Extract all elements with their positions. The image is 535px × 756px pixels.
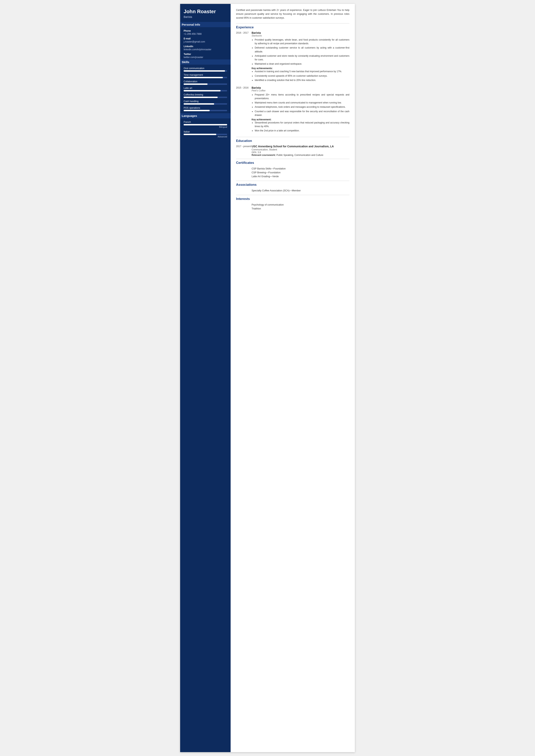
language-bar-fill (183, 134, 216, 135)
skill-name: Oral communication (183, 67, 227, 70)
exp-company: Starbucks (252, 34, 350, 37)
skills-list: Oral communication Time management Colla… (183, 67, 227, 111)
main-content: Certified and passionate barista with 2+… (231, 4, 355, 752)
experience-list: 2016 - 2017 Barista Starbucks Provided q… (236, 31, 350, 133)
contact-value: j.roaster@gmail.com (183, 41, 227, 43)
skill-bar-bg (183, 70, 227, 71)
interest-item: Psychology of communication (236, 203, 350, 207)
associations-list: Specialty Coffee Association (SCA)—Membe… (236, 189, 350, 193)
exp-bullet: Delivered outstanding customer service t… (255, 46, 350, 53)
interest-item: Triathlon (236, 207, 350, 210)
language-bar-fill (183, 124, 227, 126)
skill-bar-bg (183, 103, 227, 105)
skill-bar-fill (183, 83, 208, 85)
resume-wrapper: John Roaster Barista Personal Info Phone… (180, 4, 355, 752)
exp-job-title: Barista (252, 31, 350, 34)
language-name: Italian (183, 130, 227, 133)
contact-value: +1-299-456-7888 (183, 33, 227, 35)
exp-achievement-title: Key achievement: (252, 118, 350, 121)
language-level: Bilingual (183, 126, 227, 128)
contact-label: E-mail (183, 37, 227, 40)
exp-bullets-list: Provided quality beverages, whole bean, … (255, 38, 350, 66)
exp-achievement-title: Key achievements: (252, 67, 350, 70)
exp-dates: 2016 - 2017 (236, 31, 252, 83)
achievement-bullet: Streamlined procedures for carryout orde… (255, 121, 350, 128)
edu-coursework: Relevant coursework: Public Speaking, Co… (252, 154, 350, 156)
associations-section-title: Associations (236, 183, 350, 187)
candidate-name: John Roaster (183, 9, 227, 14)
association-item: Specialty Coffee Association (SCA)—Membe… (236, 189, 350, 193)
certificates-section-title: Certificates (236, 161, 350, 165)
skill-name: Cash handling (183, 100, 227, 103)
certificate-item: CSP Brewing—Foundation (236, 171, 350, 175)
candidate-title: Barista (183, 15, 227, 18)
skill-name: Coffee/tea brewing (183, 93, 227, 96)
language-item: French Bilingual (183, 121, 227, 128)
achievement-bullet: Won the 2nd prize in a latte art competi… (255, 129, 350, 132)
edu-degree: Communication, Student (252, 148, 350, 151)
skill-name: Time management (183, 73, 227, 76)
contact-value: linkedin.com/in/johnroaster (183, 48, 227, 51)
skill-bar-fill (183, 97, 218, 98)
achievement-bullets-list: Assisted in training and coaching 5 new … (255, 70, 350, 82)
divider-education (236, 137, 350, 137)
exp-bullet: Maintained a clean and organized workspa… (255, 62, 350, 66)
achievement-bullet: Identified a crowding solution that led … (255, 78, 350, 82)
skill-item: Time management (183, 73, 227, 78)
experience-row: 2015 - 2016 Barista Peet's Coffee Prepar… (236, 86, 350, 133)
interests-list: Psychology of communicationTriathlon (236, 203, 350, 210)
language-bar-bg (183, 134, 227, 135)
skill-item: Coffee/tea brewing (183, 93, 227, 98)
exp-bullets-list: Prepared 20+ menu items according to pre… (255, 93, 350, 117)
exp-bullet: Provided quality beverages, whole bean, … (255, 38, 350, 45)
coursework-label: Relevant coursework: (252, 154, 276, 156)
languages-section-title: Languages (180, 113, 231, 118)
achievement-bullets-list: Streamlined procedures for carryout orde… (255, 121, 350, 133)
language-name: French (183, 121, 227, 124)
skill-item: Cash handling (183, 100, 227, 105)
skill-name: POS operations (183, 106, 227, 109)
achievement-bullet: Consistently scored upwards of 95% on cu… (255, 74, 350, 78)
certificate-item: Latte Art Grading—Verde (236, 175, 350, 178)
exp-content: Barista Starbucks Provided quality bever… (252, 31, 350, 83)
edu-content: USC Annenberg School for Communication a… (252, 145, 350, 156)
languages-list: French Bilingual Italian Advanced (183, 121, 227, 138)
skill-name: Collaboration (183, 80, 227, 83)
divider-certificates (236, 159, 350, 159)
exp-content: Barista Peet's Coffee Prepared 20+ menu … (252, 86, 350, 133)
certificate-item: CSP Barista Skills—Foundation (236, 167, 350, 171)
contact-label: Phone (183, 30, 227, 32)
certificates-list: CSP Barista Skills—FoundationCSP Brewing… (236, 167, 350, 178)
contact-label: LinkedIn (183, 45, 227, 48)
language-item: Italian Advanced (183, 130, 227, 138)
exp-bullet: Prepared 20+ menu items according to pre… (255, 93, 350, 100)
achievement-bullet: Assisted in training and coaching 5 new … (255, 70, 350, 73)
exp-bullet: Anticipated customer and store needs by … (255, 54, 350, 62)
contact-value: twitter.com/jroaster (183, 56, 227, 59)
experience-section-title: Experience (236, 25, 350, 29)
contact-list: Phone+1-299-456-7888E-mailj.roaster@gmai… (183, 30, 227, 59)
skill-bar-fill (183, 110, 210, 111)
skill-item: Latte art (183, 87, 227, 92)
language-bar-bg (183, 124, 227, 126)
skill-bar-bg (183, 97, 227, 98)
education-row: 2017 - present USC Annenberg School for … (236, 145, 350, 156)
interests-section-title: Interests (236, 197, 350, 201)
exp-bullet: Counted a cash drawer and was responsibl… (255, 110, 350, 117)
skill-bar-fill (183, 90, 220, 92)
edu-school: USC Annenberg School for Communication a… (252, 145, 350, 148)
edu-dates: 2017 - present (236, 145, 252, 156)
sidebar: John Roaster Barista Personal Info Phone… (180, 4, 231, 752)
skill-bar-fill (183, 70, 225, 71)
exp-company: Peet's Coffee (252, 89, 350, 92)
skill-bar-bg (183, 77, 227, 78)
exp-bullet: Maintained menu item counts and communic… (255, 101, 350, 105)
skill-bar-bg (183, 83, 227, 85)
exp-job-title: Barista (252, 86, 350, 89)
summary-text: Certified and passionate barista with 2+… (236, 8, 350, 20)
skill-bar-fill (183, 77, 223, 78)
experience-row: 2016 - 2017 Barista Starbucks Provided q… (236, 31, 350, 83)
skill-bar-bg (183, 110, 227, 111)
skill-name: Latte art (183, 87, 227, 90)
skill-item: POS operations (183, 106, 227, 111)
